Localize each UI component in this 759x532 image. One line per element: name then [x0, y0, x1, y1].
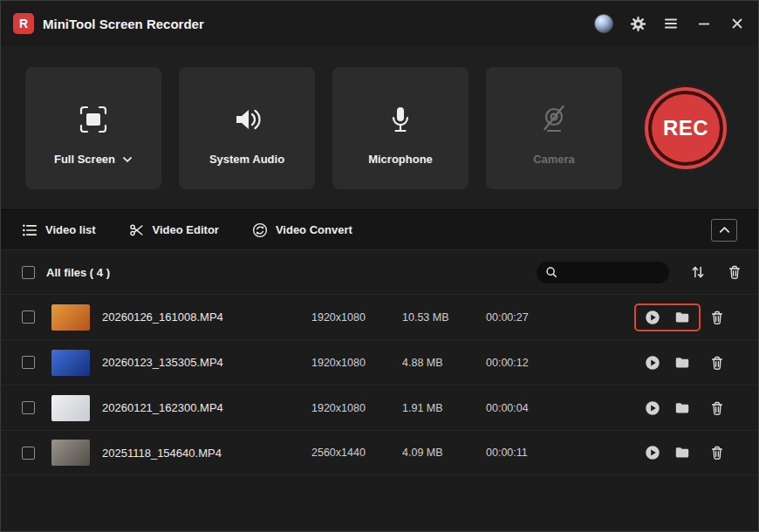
- file-resolution: 1920x1080: [311, 402, 402, 414]
- tab-video-convert[interactable]: Video Convert: [252, 222, 352, 238]
- file-duration: 00:00:11: [486, 447, 570, 459]
- rec-button-area: REC: [648, 91, 723, 166]
- file-row[interactable]: 20251118_154640.MP4 2560x1440 4.09 MB 00…: [1, 430, 758, 475]
- row-actions: [634, 349, 701, 377]
- trash-icon: [709, 310, 725, 325]
- folder-icon: [674, 355, 690, 371]
- tab-video-list-label: Video list: [45, 223, 96, 236]
- speaker-icon: [229, 87, 264, 152]
- file-name: 20260126_161008.MP4: [102, 310, 311, 324]
- video-list-icon: [22, 222, 38, 238]
- chevron-up-icon: [718, 223, 731, 236]
- camera-label: Camera: [533, 153, 575, 166]
- delete-button[interactable]: [709, 355, 744, 371]
- row-checkbox[interactable]: [22, 356, 35, 369]
- row-checkbox[interactable]: [22, 401, 35, 414]
- video-thumbnail: [51, 304, 90, 331]
- microphone-label: Microphone: [368, 153, 433, 166]
- file-size: 4.88 MB: [402, 357, 486, 369]
- row-actions: [634, 304, 701, 331]
- tab-video-editor[interactable]: Video Editor: [129, 222, 219, 238]
- delete-button[interactable]: [709, 400, 744, 416]
- video-thumbnail: [51, 395, 90, 421]
- rec-button-label: REC: [663, 116, 708, 140]
- file-resolution: 1920x1080: [311, 357, 402, 369]
- row-checkbox[interactable]: [22, 310, 35, 324]
- trash-icon: [709, 355, 725, 371]
- app-title: MiniTool Screen Recorder: [43, 17, 204, 31]
- app-logo-letter: R: [19, 17, 28, 31]
- camera-off-icon: [537, 87, 571, 152]
- play-button[interactable]: [645, 355, 660, 371]
- delete-button[interactable]: [709, 445, 744, 460]
- close-icon[interactable]: [728, 15, 746, 32]
- row-checkbox[interactable]: [22, 447, 35, 460]
- file-row[interactable]: 20260123_135305.MP4 1920x1080 4.88 MB 00…: [1, 339, 758, 385]
- open-folder-button[interactable]: [674, 445, 690, 460]
- sort-icon: [690, 264, 706, 280]
- folder-icon: [674, 400, 690, 416]
- microphone-card[interactable]: Microphone: [332, 67, 468, 189]
- play-button[interactable]: [645, 310, 660, 325]
- titlebar-controls: [594, 14, 746, 33]
- all-files-label: All files ( 4 ): [46, 266, 110, 279]
- video-thumbnail: [51, 440, 90, 466]
- full-screen-label: Full Screen: [54, 153, 115, 166]
- file-row[interactable]: 20260121_162300.MP4 1920x1080 1.91 MB 00…: [1, 385, 758, 430]
- play-icon: [645, 310, 660, 325]
- play-icon: [645, 355, 660, 371]
- open-folder-button[interactable]: [674, 310, 690, 325]
- file-list: 20260126_161008.MP4 1920x1080 10.53 MB 0…: [1, 294, 758, 531]
- system-audio-card[interactable]: System Audio: [179, 67, 315, 189]
- app-window: R MiniTool Screen Recorder: [0, 0, 759, 532]
- fullscreen-icon: [76, 87, 111, 152]
- tabbar: Video list Video Editor V: [1, 210, 758, 250]
- tab-video-editor-label: Video Editor: [153, 223, 219, 236]
- play-icon: [645, 400, 660, 416]
- row-actions: [634, 439, 701, 467]
- chevron-down-icon[interactable]: [122, 154, 133, 165]
- row-actions: [634, 394, 701, 422]
- folder-icon: [674, 310, 690, 325]
- file-name: 20251118_154640.MP4: [102, 447, 311, 460]
- search-icon: [545, 266, 557, 278]
- tab-video-list[interactable]: Video list: [22, 222, 96, 238]
- user-avatar[interactable]: [594, 14, 613, 33]
- trash-icon: [709, 400, 725, 416]
- open-folder-button[interactable]: [674, 355, 690, 371]
- file-resolution: 1920x1080: [311, 311, 402, 324]
- file-name: 20260123_135305.MP4: [102, 356, 311, 369]
- trash-icon: [727, 264, 742, 280]
- convert-icon: [252, 222, 268, 238]
- scissors-icon: [129, 222, 145, 238]
- play-button[interactable]: [645, 400, 660, 416]
- file-size: 4.09 MB: [402, 447, 486, 459]
- file-row[interactable]: 20260126_161008.MP4 1920x1080 10.53 MB 0…: [1, 294, 758, 339]
- open-folder-button[interactable]: [674, 400, 690, 416]
- system-audio-label: System Audio: [209, 153, 284, 166]
- play-button[interactable]: [645, 445, 660, 460]
- file-duration: 00:00:12: [486, 357, 570, 369]
- full-screen-card[interactable]: Full Screen: [25, 67, 161, 189]
- minimize-icon[interactable]: [695, 15, 713, 32]
- search-input[interactable]: [563, 266, 660, 278]
- list-header: All files ( 4 ): [1, 250, 758, 294]
- search-box[interactable]: [537, 262, 669, 283]
- menu-icon[interactable]: [662, 15, 680, 32]
- camera-card[interactable]: Camera: [486, 67, 622, 189]
- settings-gear-icon[interactable]: [629, 15, 646, 32]
- delete-all-button[interactable]: [727, 264, 742, 280]
- play-icon: [645, 445, 660, 460]
- collapse-panel-button[interactable]: [711, 219, 737, 242]
- select-all-checkbox[interactable]: [22, 266, 35, 279]
- rec-button[interactable]: REC: [648, 91, 723, 166]
- video-thumbnail: [51, 350, 90, 376]
- file-name: 20260121_162300.MP4: [102, 401, 311, 414]
- file-size: 1.91 MB: [402, 402, 486, 414]
- file-duration: 00:00:27: [486, 311, 570, 324]
- file-size: 10.53 MB: [402, 311, 486, 324]
- file-duration: 00:00:04: [486, 402, 570, 414]
- record-panel: Full Screen System Audio: [1, 46, 758, 210]
- delete-button[interactable]: [709, 310, 744, 325]
- sort-button[interactable]: [690, 264, 706, 280]
